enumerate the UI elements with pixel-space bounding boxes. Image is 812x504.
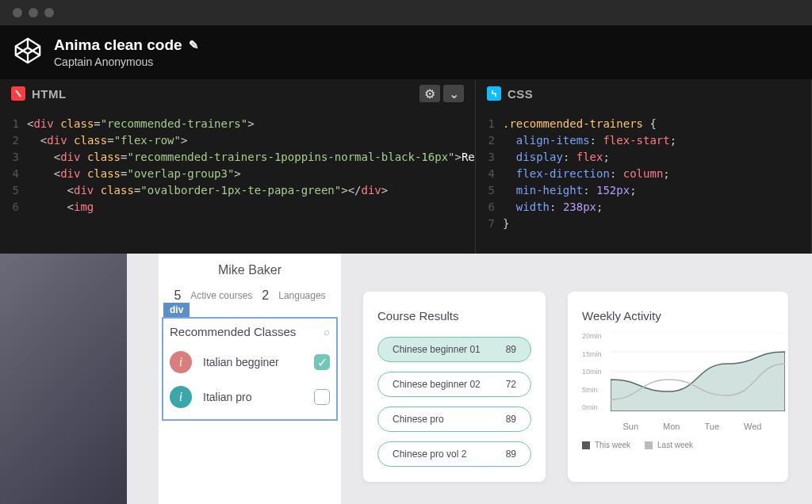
class-checkbox[interactable] bbox=[314, 389, 330, 405]
class-name: Italian pro bbox=[203, 391, 303, 403]
chart-y-labels: 20min15min10min5min0min bbox=[582, 332, 602, 411]
active-courses-count: 5 bbox=[174, 288, 181, 303]
window-chrome bbox=[0, 0, 812, 25]
html-pane-header: HTML ⚙ ⌄ bbox=[0, 79, 475, 108]
class-row[interactable]: iItalian pro bbox=[170, 386, 330, 408]
x-tick-label: Mon bbox=[663, 422, 680, 431]
html-pane-actions: ⚙ ⌄ bbox=[419, 85, 464, 102]
window-min-dot[interactable] bbox=[29, 8, 38, 17]
css-badge-icon bbox=[487, 86, 501, 101]
search-mini-icon[interactable]: ⌕ bbox=[324, 326, 330, 338]
y-tick-label: 10min bbox=[582, 368, 602, 376]
result-pill[interactable]: Chinese beginner 0189 bbox=[377, 337, 531, 362]
result-course-name: Chinese beginner 01 bbox=[393, 344, 481, 355]
recommended-title: Recommended Classes bbox=[170, 325, 296, 338]
legend-label: This week bbox=[595, 441, 630, 449]
css-pane-label: CSS bbox=[487, 86, 533, 101]
y-tick-label: 20min bbox=[582, 332, 602, 340]
result-score: 89 bbox=[506, 414, 516, 425]
result-course-name: Chinese beginner 02 bbox=[393, 379, 481, 390]
y-tick-label: 0min bbox=[582, 403, 602, 411]
legend-swatch-icon bbox=[645, 441, 653, 449]
settings-button[interactable]: ⚙ bbox=[419, 85, 440, 102]
gear-icon: ⚙ bbox=[424, 86, 435, 101]
x-tick-label: Wed bbox=[744, 422, 761, 431]
class-avatar-icon: i bbox=[170, 351, 192, 373]
languages-label: Languages bbox=[278, 290, 325, 301]
css-code-area[interactable]: 1.recommended-trainers {2 align-items: f… bbox=[476, 108, 811, 254]
course-results-title: Course Results bbox=[377, 309, 531, 323]
weekly-activity-title: Weekly Activity bbox=[582, 309, 774, 323]
preview-left-panel bbox=[0, 254, 127, 504]
preview-content: Mike Baker 5 Active courses 2 Languages … bbox=[127, 254, 812, 504]
class-checkbox[interactable]: ✓ bbox=[314, 354, 330, 370]
html-code-area[interactable]: 1<div class="recommended-trainers">2 <di… bbox=[0, 108, 475, 254]
x-tick-label: Sun bbox=[623, 422, 639, 431]
result-pill[interactable]: Chinese pro89 bbox=[377, 407, 531, 432]
legend-swatch-icon bbox=[582, 441, 590, 449]
editors-row: HTML ⚙ ⌄ 1<div class="recommended-traine… bbox=[0, 79, 812, 254]
recommended-title-row: Recommended Classes ⌕ bbox=[170, 325, 330, 338]
active-courses-label: Active courses bbox=[190, 290, 252, 301]
weekly-activity-card: Weekly Activity 20min15min10min5min0min … bbox=[568, 292, 788, 482]
x-tick-label: Tue bbox=[704, 422, 719, 431]
result-pill[interactable]: Chinese beginner 0272 bbox=[377, 372, 531, 397]
activity-chart-svg bbox=[611, 332, 785, 411]
result-course-name: Chinese pro bbox=[393, 414, 444, 425]
header-bar: Anima clean code ✎ Captain Anonymous bbox=[0, 25, 812, 79]
legend-item: This week bbox=[582, 441, 630, 449]
html-badge-icon bbox=[11, 86, 25, 101]
result-score: 89 bbox=[506, 449, 516, 460]
recommended-classes-box[interactable]: div Recommended Classes ⌕ iItalian beggi… bbox=[162, 317, 338, 421]
html-label-text: HTML bbox=[32, 87, 67, 101]
css-editor-pane: CSS 1.recommended-trainers {2 align-item… bbox=[476, 79, 812, 254]
edit-pencil-icon[interactable]: ✎ bbox=[189, 38, 199, 52]
chart-x-labels: SunMonTueWed bbox=[611, 422, 774, 431]
collapse-button[interactable]: ⌄ bbox=[443, 85, 464, 102]
result-course-name: Chinese pro vol 2 bbox=[393, 449, 466, 460]
class-avatar-icon: i bbox=[170, 386, 192, 408]
profile-name: Mike Baker bbox=[159, 260, 341, 288]
legend-label: Last week bbox=[657, 441, 693, 449]
html-editor-pane: HTML ⚙ ⌄ 1<div class="recommended-traine… bbox=[0, 79, 476, 254]
chart-legend: This weekLast week bbox=[582, 441, 774, 449]
chevron-down-icon: ⌄ bbox=[449, 86, 459, 101]
preview-area: Mike Baker 5 Active courses 2 Languages … bbox=[0, 254, 812, 504]
languages-count: 2 bbox=[262, 288, 269, 303]
profile-card: Mike Baker 5 Active courses 2 Languages … bbox=[159, 254, 341, 504]
window-close-dot[interactable] bbox=[13, 8, 22, 17]
project-title-text: Anima clean code bbox=[54, 36, 182, 54]
author-name[interactable]: Captain Anonymous bbox=[54, 55, 199, 68]
element-type-badge: div bbox=[163, 303, 190, 317]
legend-item: Last week bbox=[645, 441, 693, 449]
header-text-block: Anima clean code ✎ Captain Anonymous bbox=[54, 36, 199, 68]
result-pill[interactable]: Chinese pro vol 289 bbox=[377, 441, 531, 467]
result-score: 72 bbox=[506, 379, 516, 390]
activity-chart: 20min15min10min5min0min SunMonTueWed bbox=[582, 332, 774, 431]
project-title[interactable]: Anima clean code ✎ bbox=[54, 36, 199, 54]
class-row[interactable]: iItalian begginer✓ bbox=[170, 351, 330, 373]
course-results-card: Course Results Chinese beginner 0189Chin… bbox=[363, 292, 546, 482]
result-score: 89 bbox=[506, 344, 516, 355]
css-pane-header: CSS bbox=[476, 79, 811, 108]
svg-point-4 bbox=[495, 95, 496, 97]
svg-point-3 bbox=[492, 90, 493, 92]
class-name: Italian begginer bbox=[203, 356, 303, 368]
y-tick-label: 15min bbox=[582, 350, 602, 358]
window-max-dot[interactable] bbox=[44, 8, 54, 17]
y-tick-label: 5min bbox=[582, 386, 602, 394]
codepen-logo-icon bbox=[13, 36, 43, 69]
html-pane-label: HTML bbox=[11, 86, 67, 101]
css-label-text: CSS bbox=[508, 87, 533, 101]
